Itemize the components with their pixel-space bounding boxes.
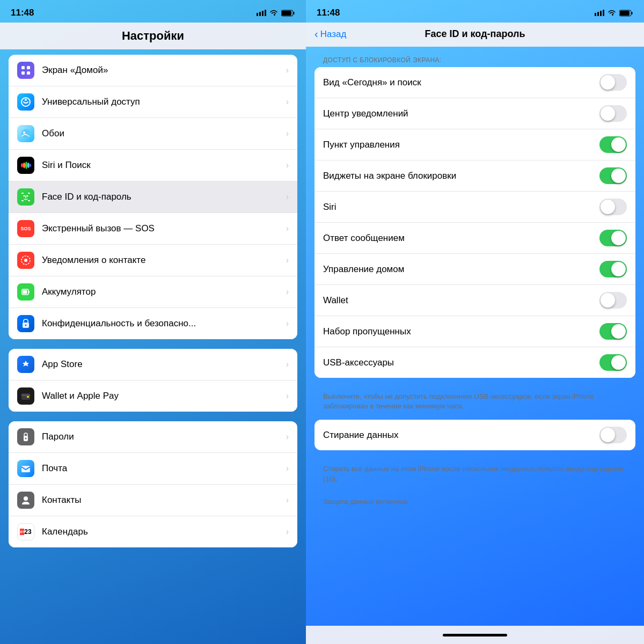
toggle-item-missed: Набор пропущенных <box>314 316 635 347</box>
today-label: Вид «Сегодня» и поиск <box>323 77 599 88</box>
chevron-icon: › <box>286 319 289 328</box>
wallet-applepay-label: Wallet и Apple Pay <box>42 391 286 401</box>
toggle-item-notifications: Центр уведомлений <box>314 98 635 129</box>
battery-icon-right <box>619 10 633 17</box>
usb-info-text: Выключите, чтобы не допустить подключени… <box>314 387 635 420</box>
svg-rect-1 <box>259 12 261 16</box>
settings-group-2: App Store › Wallet и Apple Pay › <box>9 349 297 412</box>
erase-info-text: Стирать все данные на этом iPhone после … <box>314 460 635 492</box>
usb-toggle[interactable] <box>599 354 627 371</box>
wallpaper-icon <box>17 125 34 142</box>
svg-point-14 <box>23 131 25 134</box>
notifications-toggle[interactable] <box>599 105 627 122</box>
svg-rect-35 <box>27 396 29 398</box>
battery-icon <box>281 10 295 17</box>
control-label: Пункт управления <box>323 140 599 150</box>
svg-rect-30 <box>23 290 27 294</box>
erase-toggle[interactable] <box>599 427 627 443</box>
settings-group-1: Экран «Домой» › Универсальный доступ › О… <box>9 55 297 339</box>
left-panel: 11:48 Настройки <box>0 0 306 644</box>
svg-rect-8 <box>27 66 30 69</box>
chevron-icon: › <box>286 255 289 265</box>
toggle-item-erase: Стирание данных <box>314 420 635 450</box>
svg-rect-34 <box>21 394 30 396</box>
svg-rect-2 <box>262 11 264 16</box>
missed-toggle[interactable] <box>599 323 627 340</box>
settings-item-contact-notif[interactable]: Уведомления о контакте › <box>9 245 297 276</box>
toggle-item-control: Пункт управления <box>314 129 635 160</box>
chevron-icon: › <box>286 160 289 170</box>
appstore-label: App Store <box>42 359 286 370</box>
accessibility-icon <box>17 93 34 111</box>
faceid-label: Face ID и код-пароль <box>42 192 286 202</box>
calendar-icon: ВТ 23 <box>17 523 34 540</box>
privacy-label: Конфиденциальность и безопасно... <box>42 318 286 329</box>
svg-rect-5 <box>294 12 295 14</box>
siri-toggle-label: Siri <box>323 202 599 213</box>
nav-title: Face ID и код-пароль <box>357 28 592 40</box>
settings-item-wallet[interactable]: Wallet и Apple Pay › <box>9 380 297 412</box>
svg-point-39 <box>24 496 28 501</box>
lock-screen-section-header: ДОСТУП С БЛОКИРОВКОЙ ЭКРАНА: <box>314 47 635 67</box>
svg-point-17 <box>25 162 27 169</box>
left-time: 11:48 <box>11 8 34 18</box>
home-screen-label: Экран «Домой» <box>42 65 286 76</box>
settings-item-wallpaper[interactable]: Обои › <box>9 118 297 150</box>
right-status-bar: 11:48 <box>306 0 644 23</box>
wallet-label: Wallet <box>323 295 599 306</box>
chevron-icon: › <box>286 192 289 202</box>
home-toggle[interactable] <box>599 261 627 277</box>
svg-rect-46 <box>620 11 630 16</box>
svg-rect-21 <box>28 193 30 194</box>
chevron-icon: › <box>286 129 289 138</box>
toggle-item-usb: USB-аксессуары <box>314 347 635 378</box>
reply-toggle[interactable] <box>599 230 627 246</box>
sos-icon: SOS <box>17 220 34 237</box>
settings-item-mail[interactable]: Почта › <box>9 453 297 485</box>
today-toggle[interactable] <box>599 74 627 91</box>
settings-item-battery[interactable]: Аккумулятор › <box>9 276 297 308</box>
passwords-label: Пароли <box>42 431 286 442</box>
settings-item-siri[interactable]: Siri и Поиск › <box>9 150 297 181</box>
settings-item-privacy[interactable]: Конфиденциальность и безопасно... › <box>9 308 297 339</box>
settings-item-calendar[interactable]: ВТ 23 Календарь › <box>9 516 297 547</box>
home-indicator <box>306 626 644 644</box>
settings-item-home[interactable]: Экран «Домой» › <box>9 55 297 86</box>
widgets-toggle[interactable] <box>599 167 627 184</box>
settings-item-contacts[interactable]: Контакты › <box>9 485 297 516</box>
svg-point-24 <box>24 195 25 197</box>
back-button[interactable]: ‹ Назад <box>314 28 357 40</box>
left-status-icons <box>257 10 295 17</box>
settings-list: Экран «Домой» › Универсальный доступ › О… <box>0 49 306 644</box>
toggle-item-today: Вид «Сегодня» и поиск <box>314 67 635 98</box>
svg-rect-20 <box>21 193 24 194</box>
appstore-icon <box>17 356 34 373</box>
chevron-icon: › <box>286 495 289 505</box>
control-toggle[interactable] <box>599 136 627 153</box>
siri-toggle[interactable] <box>599 199 627 215</box>
chevron-icon: › <box>286 360 289 369</box>
settings-item-passwords[interactable]: Пароли › <box>9 421 297 453</box>
contact-notif-label: Уведомления о контакте <box>42 255 286 266</box>
settings-item-sos[interactable]: SOS Экстренный вызов — SOS › <box>9 213 297 245</box>
battery-label: Аккумулятор <box>42 287 286 297</box>
svg-rect-40 <box>595 13 596 16</box>
svg-rect-0 <box>257 13 258 16</box>
settings-item-access[interactable]: Универсальный доступ › <box>9 86 297 118</box>
svg-rect-6 <box>282 11 291 16</box>
settings-item-faceid[interactable]: Face ID и код-пароль › <box>9 181 297 213</box>
wallpaper-label: Обои <box>42 128 286 139</box>
chevron-icon: › <box>286 464 289 473</box>
settings-item-appstore[interactable]: App Store › <box>9 349 297 380</box>
right-panel: 11:48 ‹ Назад Face ID <box>306 0 644 644</box>
wallet-toggle[interactable] <box>599 292 627 309</box>
svg-rect-43 <box>603 10 604 16</box>
notifications-label: Центр уведомлений <box>323 108 599 119</box>
protection-info-text: Защита данных включена. <box>314 493 635 515</box>
signal-icon-right <box>595 10 604 16</box>
svg-point-13 <box>21 129 30 138</box>
svg-rect-3 <box>265 10 266 16</box>
chevron-left-icon: ‹ <box>314 28 318 40</box>
faceid-icon <box>17 188 34 206</box>
svg-point-27 <box>24 259 27 262</box>
